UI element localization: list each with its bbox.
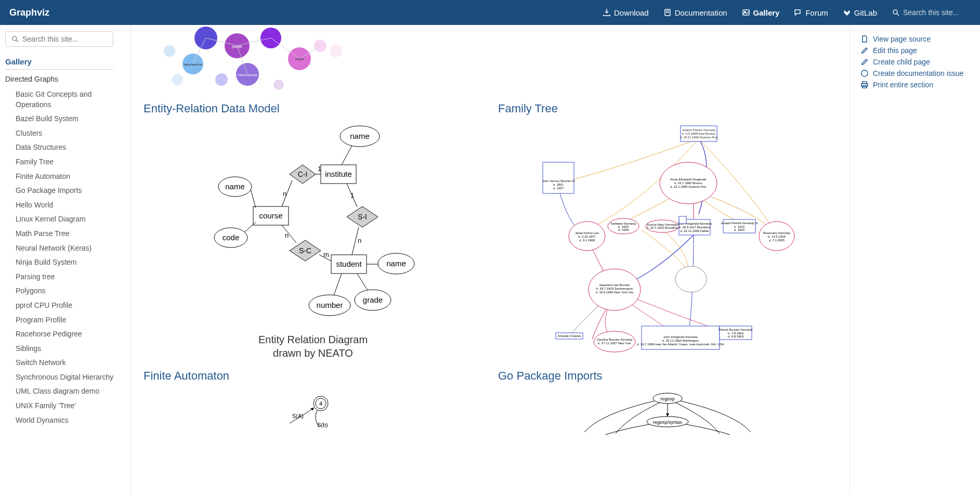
finite-automaton-link[interactable]: Finite Automaton [143, 369, 229, 382]
svg-line-8 [16, 40, 18, 42]
create-issue-link[interactable]: Create documentation issue [860, 68, 970, 79]
svg-line-71 [334, 274, 342, 295]
nav-forum[interactable]: Forum [794, 8, 828, 17]
sidebar-item[interactable]: Finite Automaton [16, 170, 125, 184]
svg-text:name: name [386, 259, 406, 268]
svg-text:S(b): S(b) [317, 422, 328, 428]
create-child-link[interactable]: Create child page [860, 56, 970, 68]
sidebar-item[interactable]: Data Structures [16, 140, 125, 155]
sidebar-item[interactable]: Family Tree [16, 155, 125, 170]
family-tree-link[interactable]: Family Tree [498, 102, 558, 115]
print-icon [860, 81, 869, 89]
sidebar-category[interactable]: Directed Graphs [5, 75, 125, 83]
svg-text:John Vernou Bouvier III: John Vernou Bouvier III [542, 179, 575, 183]
svg-text:b. 13.9.1918: b. 13.9.1918 [768, 235, 786, 238]
sidebar: Gallery Directed Graphs Basic Git Concep… [0, 25, 131, 494]
svg-text:student: student [336, 259, 362, 268]
svg-point-15 [215, 73, 228, 86]
svg-point-5 [893, 10, 897, 14]
svg-text:S-C: S-C [299, 246, 311, 255]
svg-text:b. 2.10.1877: b. 2.10.1877 [578, 235, 596, 238]
sidebar-item[interactable]: Synchronous Digital Hierarchy [16, 370, 125, 385]
entity-relation-link[interactable]: Entity-Relation Data Model [143, 102, 280, 115]
svg-text:n: n [285, 231, 289, 239]
svg-point-20 [172, 74, 183, 85]
go-imports-link[interactable]: Go Package Imports [498, 369, 603, 382]
gitlab-icon [843, 8, 851, 17]
svg-point-7 [12, 36, 17, 41]
sidebar-item[interactable]: World Dynamics [16, 413, 125, 428]
svg-text:d. 3.1.1968: d. 3.1.1968 [579, 239, 595, 242]
nav-gallery[interactable]: Gallery [742, 8, 780, 17]
svg-text:code: code [223, 233, 240, 242]
sidebar-item[interactable]: pprof CPU Profile [16, 298, 125, 313]
sidebar-item[interactable]: Program Profile [16, 313, 125, 328]
svg-text:b. 1891: b. 1891 [553, 183, 564, 186]
svg-text:course: course [259, 211, 282, 220]
view-source-link[interactable]: View page source [860, 33, 970, 45]
sidebar-item[interactable]: Linux Kernel Diagram [16, 212, 125, 227]
svg-text:grade: grade [363, 295, 383, 304]
sidebar-item[interactable]: Clusters [16, 126, 125, 141]
sidebar-item[interactable]: Neural Network (Keras) [16, 241, 125, 256]
sidebar-item[interactable]: Siblings [16, 342, 125, 356]
svg-text:Jaqueline Lee Bouvier: Jaqueline Lee Bouvier [599, 283, 630, 287]
sidebar-item[interactable]: Hello World [16, 198, 125, 213]
svg-text:S-I: S-I [358, 213, 367, 221]
svg-text:b. 28.7.1929 Southampton: b. 28.7.1929 Southampton [596, 287, 633, 290]
entity-relation-thumb[interactable]: name institute C-I name course S-I code … [143, 121, 482, 329]
gallery-icon [742, 8, 750, 17]
svg-text:n: n [358, 237, 361, 244]
sidebar-item[interactable]: UNIX Family 'Tree' [16, 399, 125, 413]
doc-icon [663, 8, 672, 17]
sidebar-search-input[interactable] [22, 35, 108, 43]
svg-text:d. 16.7.1999 near the Atlantic: d. 16.7.1999 near the Atlantic Ocean, ne… [637, 343, 724, 346]
svg-text:d. 7.1.2005: d. 7.1.2005 [769, 239, 785, 242]
svg-line-6 [897, 14, 899, 16]
svg-text:Rosemary Kennedy: Rosemary Kennedy [763, 231, 791, 235]
family-tree-thumb[interactable]: Joseph Patrick Kennedyb. 6.9.1888 East B… [498, 121, 837, 355]
download-icon [603, 8, 611, 17]
svg-text:name: name [350, 132, 370, 140]
sidebar-item[interactable]: Racehorse Pedigree [16, 327, 125, 342]
navbar-right: Download Documentation Gallery Forum Git… [603, 8, 971, 17]
svg-point-19 [164, 45, 175, 57]
brand-link[interactable]: Graphviz [9, 7, 49, 18]
sidebar-item[interactable]: Bazel Build System [16, 112, 125, 126]
color-wheel-fragment: purple violet lightslateblue mediumpurpl… [143, 25, 837, 93]
nav-download[interactable]: Download [603, 8, 649, 17]
forum-icon [794, 8, 802, 17]
nav-gitlab[interactable]: GitLab [843, 8, 877, 17]
nav-documentation[interactable]: Documentation [663, 8, 727, 17]
svg-text:violet: violet [295, 57, 304, 61]
sidebar-item[interactable]: Parsing tree [16, 270, 125, 284]
nav-search[interactable] [892, 8, 971, 17]
svg-point-125 [675, 266, 707, 292]
sidebar-item[interactable]: Ninja Build System [16, 255, 125, 270]
sidebar-item[interactable]: Switch Network [16, 356, 125, 370]
sidebar-item[interactable]: Go Package Imports [16, 184, 125, 198]
svg-text:d. 1957: d. 1957 [553, 187, 564, 190]
sidebar-item[interactable]: UML Class diagram demo [16, 384, 125, 399]
svg-text:1: 1 [350, 191, 354, 199]
svg-text:4: 4 [319, 400, 322, 407]
nav-download-label: Download [614, 8, 649, 17]
sidebar-item[interactable]: Polygons [16, 284, 125, 298]
svg-line-55 [342, 146, 352, 165]
sidebar-heading[interactable]: Gallery [5, 55, 113, 70]
sidebar-search[interactable] [5, 31, 113, 47]
svg-text:Aristotle Onassis: Aristotle Onassis [557, 334, 581, 337]
sidebar-list: Basic Git Concepts and OperationsBazel B… [5, 87, 125, 427]
edit-icon [860, 58, 869, 66]
svg-line-60 [251, 189, 256, 208]
go-imports-thumb[interactable]: regexp regexp/syntax [498, 388, 837, 435]
svg-text:b. 27.11.1957 New York: b. 27.11.1957 New York [598, 342, 632, 345]
edit-page-link[interactable]: Edit this page [860, 45, 970, 56]
nav-search-input[interactable] [903, 8, 971, 17]
finite-automaton-thumb[interactable]: 4 S(A) S(b) [143, 388, 482, 435]
sidebar-item[interactable]: Basic Git Concepts and Operations [16, 87, 125, 112]
sidebar-item[interactable]: Math Parse Tree [16, 227, 125, 241]
entity-relation-caption: Entity Relation Diagram drawn by NEATO [143, 333, 482, 360]
print-link[interactable]: Print entire section [860, 79, 970, 90]
svg-text:John Fitzgerald Kennedy: John Fitzgerald Kennedy [663, 335, 698, 339]
